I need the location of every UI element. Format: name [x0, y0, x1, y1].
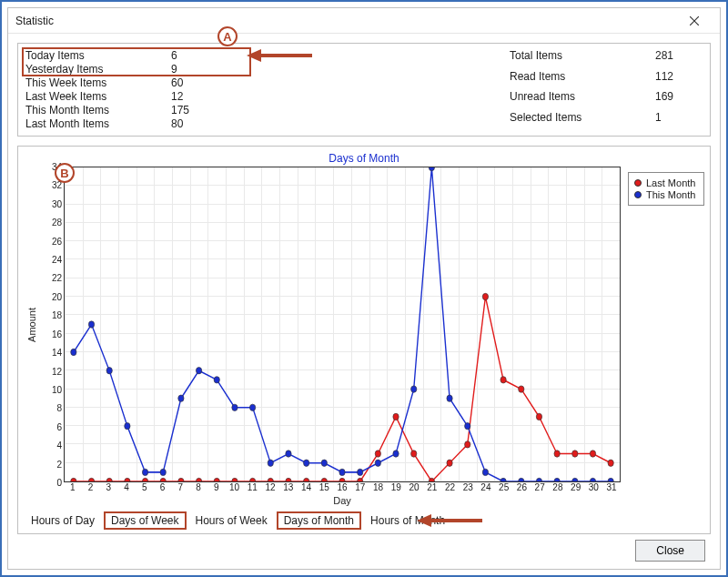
svg-point-48 [303, 460, 308, 466]
svg-point-19 [339, 478, 345, 481]
legend-item: Last Month [634, 177, 698, 188]
stat-value: 112 [655, 70, 710, 90]
chart-xlabel: Day [64, 495, 621, 506]
svg-point-63 [572, 478, 578, 481]
svg-point-58 [482, 469, 488, 475]
chart-legend: Last Month This Month [628, 172, 704, 206]
stat-label: Today Items [25, 49, 171, 62]
svg-point-5 [88, 478, 94, 481]
svg-point-52 [375, 460, 380, 466]
svg-point-61 [536, 478, 541, 481]
svg-point-7 [125, 478, 130, 481]
svg-point-46 [268, 460, 273, 466]
svg-point-4 [71, 478, 76, 481]
stat-value: 175 [171, 104, 226, 116]
svg-point-38 [125, 422, 130, 429]
tab-hours-of-month[interactable]: Hours of Month [365, 513, 450, 528]
svg-point-27 [482, 293, 488, 299]
legend-item: This Month [634, 189, 698, 200]
tab-days-of-week[interactable]: Days of Week [104, 511, 186, 530]
window-close-button[interactable] [676, 10, 713, 32]
svg-point-50 [339, 469, 345, 475]
stat-value: 12 [171, 90, 226, 103]
stat-value: 281 [655, 49, 710, 69]
tab-hours-of-week[interactable]: Hours of Week [190, 513, 273, 528]
chart-panel: Days of Month Amount 0246810121416182022… [17, 146, 711, 534]
svg-point-47 [286, 450, 291, 457]
svg-point-44 [232, 404, 238, 410]
svg-point-36 [88, 321, 94, 328]
stat-value: 169 [655, 90, 710, 110]
stat-label: Total Items [510, 49, 655, 69]
tab-days-of-month[interactable]: Days of Month [277, 511, 361, 530]
close-button[interactable]: Close [635, 540, 705, 562]
svg-point-54 [411, 386, 417, 392]
stat-label: Last Month Items [25, 117, 171, 130]
stat-label: This Week Items [25, 76, 171, 89]
svg-point-45 [249, 404, 255, 410]
chart-view-tabs: Hours of Day Days of Week Hours of Week … [25, 511, 703, 530]
stat-label: This Month Items [25, 104, 171, 116]
stats-right-column: Total Items 281 Read Items 112 Unread It… [364, 49, 703, 130]
svg-point-31 [554, 450, 560, 457]
legend-dot-icon [634, 179, 642, 187]
chart-yaxis: 0246810121416182022242628303234 [38, 167, 64, 482]
svg-point-39 [142, 469, 147, 475]
stat-label: Read Items [510, 70, 655, 90]
svg-point-56 [447, 395, 452, 401]
svg-point-22 [393, 413, 399, 420]
svg-point-53 [393, 450, 399, 457]
svg-point-64 [590, 478, 595, 481]
svg-point-32 [572, 450, 578, 457]
svg-point-18 [321, 478, 327, 481]
svg-point-12 [214, 478, 219, 481]
svg-point-10 [178, 478, 184, 481]
svg-point-11 [196, 478, 201, 481]
stat-value: 1 [655, 111, 710, 131]
svg-point-29 [519, 386, 524, 392]
svg-point-55 [429, 167, 434, 171]
stat-label: Yesterday Items [25, 63, 171, 76]
titlebar: Statistic [8, 8, 720, 34]
window-title: Statistic [15, 15, 54, 27]
stat-label: Unread Items [510, 90, 655, 110]
svg-point-6 [106, 478, 112, 481]
svg-point-17 [303, 478, 308, 481]
svg-point-28 [500, 377, 506, 383]
svg-point-25 [447, 460, 452, 466]
stat-value: 60 [171, 76, 226, 89]
svg-point-51 [358, 469, 363, 475]
svg-point-65 [608, 478, 613, 481]
svg-point-35 [71, 349, 76, 355]
statistics-panel: Today Items 6 Yesterday Items 9 This Wee… [17, 43, 711, 137]
svg-point-21 [375, 450, 380, 457]
legend-dot-icon [634, 191, 642, 198]
stats-left-column: Today Items 6 Yesterday Items 9 This Wee… [25, 49, 364, 130]
tab-hours-of-day[interactable]: Hours of Day [25, 513, 100, 528]
svg-point-42 [196, 368, 201, 374]
dialog-window: Statistic Today Items 6 Yesterday Items … [7, 7, 721, 570]
svg-point-59 [500, 478, 506, 481]
svg-point-62 [554, 478, 560, 481]
chart-xaxis: 1234567891011121314151617181920212223242… [64, 482, 621, 495]
svg-point-15 [268, 478, 273, 481]
chart-plot-area [64, 167, 621, 482]
svg-point-37 [106, 368, 112, 374]
svg-point-16 [286, 478, 291, 481]
legend-label: Last Month [646, 177, 695, 188]
svg-point-41 [178, 395, 184, 401]
stat-value: 6 [171, 49, 226, 62]
svg-point-14 [249, 478, 255, 481]
stat-label: Selected Items [510, 111, 655, 131]
svg-point-9 [160, 478, 166, 481]
svg-point-40 [160, 469, 166, 475]
svg-point-57 [465, 422, 470, 429]
svg-point-26 [465, 441, 470, 448]
stat-value: 80 [171, 117, 226, 130]
svg-point-8 [142, 478, 147, 481]
chart-ylabel: Amount [26, 308, 37, 342]
svg-point-60 [519, 478, 524, 481]
svg-point-49 [321, 460, 327, 466]
svg-point-34 [608, 460, 613, 466]
chart-title: Days of Month [25, 152, 703, 165]
